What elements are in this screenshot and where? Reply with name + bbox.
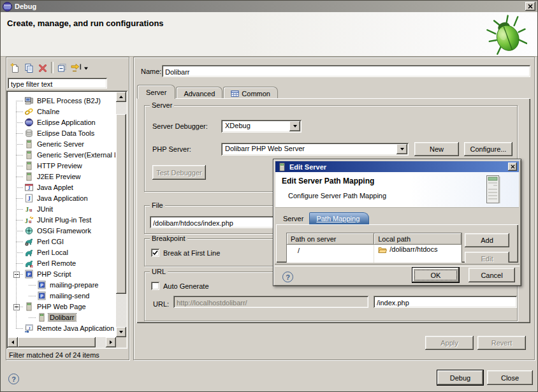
tree-item-remote-java-application[interactable]: JRemote Java Application — [8, 323, 115, 334]
tree-item-java-application[interactable]: JJava Application — [8, 193, 115, 204]
window-close-button[interactable] — [525, 2, 535, 11]
new-server-button[interactable]: New — [414, 142, 459, 156]
remote-java-icon: J — [24, 324, 34, 333]
filter-input[interactable] — [8, 78, 107, 89]
server-tower-icon — [483, 175, 502, 206]
collapse-expander-icon[interactable] — [13, 304, 20, 310]
new-configuration-icon — [10, 62, 20, 73]
tab-common[interactable]: Common — [223, 87, 278, 99]
url-path-input[interactable] — [374, 296, 517, 308]
tree-item-cha-ne[interactable]: Chaîne — [8, 106, 115, 117]
path-on-server-cell: / — [287, 245, 374, 256]
delete-configuration-button[interactable] — [36, 61, 50, 75]
configure-server-button[interactable]: Configure... — [464, 142, 513, 156]
tree-item-php-web-page[interactable]: PHP Web Page — [8, 301, 115, 312]
window-titlebar[interactable]: Debug — [1, 1, 537, 12]
tab-advanced[interactable]: Advanced — [176, 87, 222, 99]
revert-button[interactable]: Revert — [477, 336, 526, 350]
auto-generate-checkbox[interactable] — [151, 282, 159, 290]
tree-item-j2ee-preview[interactable]: J2EE Preview — [8, 171, 115, 182]
tree-item-junit-plug-in-test[interactable]: JuJUnit Plug-in Test — [8, 215, 115, 226]
filter-launch-configurations-icon — [70, 62, 82, 73]
configuration-name-input[interactable] — [162, 65, 530, 77]
tree-horizontal-scrollbar[interactable] — [8, 337, 116, 347]
scroll-right-button[interactable] — [106, 337, 116, 347]
tree-item-junit[interactable]: JuJUnit — [8, 204, 115, 215]
tree-item-osgi-framework[interactable]: OSGi Framework — [8, 226, 115, 236]
scroll-left-button[interactable] — [8, 337, 18, 347]
close-button[interactable]: Close — [487, 370, 533, 385]
tree-item-bpel-process-b2j[interactable]: BPEL Process (B2J) — [8, 96, 115, 106]
tree-item-label: Eclipse Application — [36, 119, 97, 126]
java-icon: J — [24, 194, 34, 203]
php-icon: P — [37, 291, 47, 300]
add-mapping-button[interactable]: Add — [465, 233, 509, 247]
tree-item-eclipse-application[interactable]: Eclipse Application — [8, 117, 115, 128]
tree-item-mailing-prepare[interactable]: Pmailing-prepare — [8, 280, 115, 291]
tree-item-mailing-send[interactable]: Pmailing-send — [8, 291, 115, 301]
close-icon — [511, 164, 515, 169]
scroll-up-button[interactable] — [116, 92, 126, 102]
dialog-header: Edit Server Path Mapping Configure Serve… — [275, 172, 519, 208]
dialog-help-button[interactable]: ? — [282, 272, 293, 282]
tree-item-label: Chaîne — [36, 108, 61, 115]
cancel-button[interactable]: Cancel — [469, 268, 515, 282]
tree-item-generic-server-external-la[interactable]: Generic Server(External La — [8, 150, 115, 161]
test-debugger-button[interactable]: Test Debugger — [152, 165, 206, 180]
osgi-icon — [24, 226, 34, 235]
ok-button[interactable]: OK — [412, 268, 459, 282]
check-icon — [152, 250, 158, 256]
dialog-tab-path-mapping[interactable]: Path Mapping — [309, 212, 369, 224]
php-server-select[interactable]: Dolibarr PHP Web Server — [221, 143, 409, 156]
tree-item-label: Java Applet — [36, 184, 75, 191]
scroll-thumb[interactable] — [18, 337, 96, 347]
edit-mapping-button[interactable]: Edit — [465, 252, 509, 263]
tree-item-perl-local[interactable]: Perl Local — [8, 247, 115, 258]
debug-button[interactable]: Debug — [437, 370, 483, 385]
tree-item-perl-cgi[interactable]: Perl CGI — [8, 236, 115, 247]
arrow-right-icon — [110, 340, 112, 344]
collapse-all-button[interactable] — [55, 61, 69, 75]
collapse-expander-icon[interactable] — [13, 272, 20, 278]
tree-item-eclipse-data-tools[interactable]: Eclipse Data Tools — [8, 128, 115, 139]
new-configuration-button[interactable] — [8, 61, 22, 75]
edit-server-dialog: Edit Server Edit Server Path Mapping Con… — [273, 159, 521, 286]
path-mapping-table[interactable]: Path on serverLocal path//dolibarr/htdoc… — [286, 233, 462, 263]
dialog-close-button[interactable] — [508, 163, 517, 171]
tree-item-java-applet[interactable]: JJava Applet — [8, 182, 115, 193]
tree-item-label: Remote Java Application — [36, 324, 115, 332]
junit-icon: Ju — [24, 205, 34, 214]
scroll-thumb[interactable] — [116, 114, 126, 294]
duplicate-configuration-icon — [24, 62, 34, 73]
dropdown-arrow-icon[interactable] — [289, 121, 300, 131]
scroll-down-button[interactable] — [116, 327, 126, 337]
mapping-row[interactable]: //dolibarr/htdocs — [287, 245, 462, 256]
duplicate-configuration-button[interactable] — [22, 61, 36, 75]
dialog-titlebar[interactable]: Edit Server — [275, 161, 519, 172]
tree-vertical-scrollbar[interactable] — [116, 92, 126, 337]
camel-icon — [24, 248, 34, 257]
filter-launch-configurations-button[interactable] — [69, 61, 83, 75]
mapping-row-empty — [287, 256, 462, 263]
tree-item-generic-server[interactable]: Generic Server — [8, 139, 115, 150]
tree-item-dolibarr[interactable]: Dolibarr — [8, 312, 115, 323]
tab-server[interactable]: Server — [137, 85, 175, 99]
eclipse-icon — [24, 118, 34, 127]
dialog-tab-server[interactable]: Server — [277, 212, 309, 224]
tree-item-label: HTTP Preview — [36, 162, 84, 170]
tree-item-php-script[interactable]: PPHP Script — [8, 269, 115, 280]
break-at-first-line-checkbox[interactable] — [151, 249, 159, 257]
server-debugger-select[interactable]: XDebug — [221, 120, 302, 133]
tree-item-label: JUnit Plug-in Test — [36, 216, 92, 224]
column-header-path-on-server[interactable]: Path on server — [287, 233, 374, 245]
server-icon — [24, 161, 34, 170]
dropdown-arrow-icon[interactable] — [396, 144, 407, 154]
apply-button[interactable]: Apply — [425, 336, 474, 350]
column-header-local-path[interactable]: Local path — [374, 233, 462, 245]
tree-item-perl-remote[interactable]: RPerl Remote — [8, 258, 115, 269]
tree-item-http-preview[interactable]: HTTP Preview — [8, 161, 115, 171]
server-icon — [24, 302, 34, 311]
help-button[interactable]: ? — [8, 374, 19, 384]
filter-menu-caret[interactable] — [83, 61, 89, 75]
svg-text:P: P — [40, 294, 43, 298]
